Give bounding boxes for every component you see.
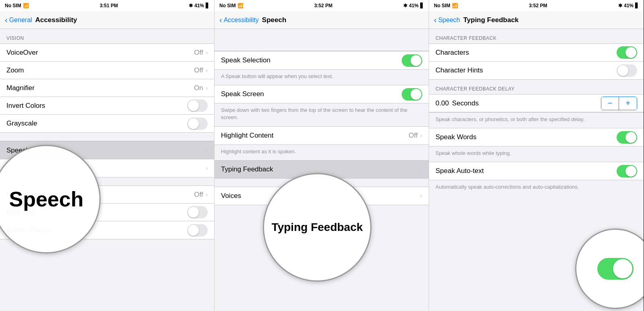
row-speak-words[interactable]: Speak Words <box>429 128 644 146</box>
status-bar-3: No SIM 📶 3:52 PM ✱ 41% ▋ <box>429 0 644 11</box>
highlight-content-desc: Highlight content as it is spoken. <box>215 145 429 160</box>
wifi-icon-3: 📶 <box>452 3 458 8</box>
speak-selection-label: Speak Selection <box>221 56 402 64</box>
nav-title-3: Typing Feedback <box>463 16 519 24</box>
battery-2: 41% <box>409 3 419 8</box>
zoom-value: Off <box>194 66 203 74</box>
invert-colors-thumb <box>188 100 199 111</box>
magnifier-label: Magnifier <box>6 84 194 92</box>
voiceover-label: VoiceOver <box>6 49 194 57</box>
grayscale-toggle[interactable] <box>187 117 208 130</box>
characters-thumb <box>625 47 636 58</box>
row-speak-selection[interactable]: Speak Selection <box>215 51 429 69</box>
row-speak-screen[interactable]: Speak Screen <box>215 85 429 103</box>
bluetooth-icon-3: ✱ <box>618 3 622 8</box>
screen3: No SIM 📶 3:52 PM ✱ 41% ▋ ‹ Speech Typing… <box>429 0 644 311</box>
larger-text-value: Off <box>194 191 203 199</box>
status-bar-2: No SIM 📶 3:52 PM ✱ 41% ▋ <box>215 0 429 11</box>
row-characters[interactable]: Characters <box>429 44 644 62</box>
invert-colors-toggle[interactable] <box>187 99 208 112</box>
carrier-2: No SIM <box>219 3 236 8</box>
row-speak-autotext[interactable]: Speak Auto-text <box>429 162 644 180</box>
delay-stepper[interactable]: − + <box>601 97 637 110</box>
row-magnifier[interactable]: Magnifier On › <box>0 79 214 97</box>
row-grayscale[interactable]: Grayscale <box>0 115 214 132</box>
grayscale-label: Grayscale <box>6 119 187 128</box>
zoom-circle-typing-text: Typing Feedback <box>272 221 363 234</box>
row-voiceover[interactable]: VoiceOver Off › <box>0 44 214 62</box>
speak-autotext-toggle[interactable] <box>617 165 637 177</box>
speak-screen-toggle[interactable] <box>402 88 422 101</box>
group-speak-autotext: Speak Auto-text <box>429 162 644 180</box>
char-feedback-header: CHARACTER FEEDBACK <box>429 29 644 43</box>
row-invert-colors[interactable]: Invert Colors <box>0 97 214 115</box>
back-chevron-icon-3: ‹ <box>434 15 437 25</box>
speak-words-desc: Speak whole words while typing. <box>429 146 644 162</box>
characters-label: Characters <box>436 49 617 57</box>
group-speak-words: Speak Words <box>429 128 644 146</box>
zoom-toggle-autotext <box>597 258 634 280</box>
group-speak-selection: Speak Selection <box>215 51 429 70</box>
bold-text-thumb <box>188 207 199 218</box>
time-2: 3:52 PM <box>314 3 332 8</box>
larger-text-chevron: › <box>206 191 208 198</box>
delay-desc: Speak characters, or phonetics, or both … <box>429 113 644 128</box>
status-bar-1: No SIM 📶 3:51 PM ✱ 41% ▋ <box>0 0 214 11</box>
voiceover-chevron: › <box>206 49 208 56</box>
vision-header: VISION <box>0 29 214 43</box>
status-left-3: No SIM 📶 <box>434 3 458 8</box>
status-right-1: ✱ 41% ▋ <box>189 3 209 8</box>
bluetooth-icon-1: ✱ <box>189 3 193 8</box>
speak-screen-desc: Swipe down with two fingers from the top… <box>215 103 429 126</box>
magnifier-value: On <box>194 84 203 92</box>
stepper-minus-button[interactable]: − <box>601 97 619 110</box>
back-button-1[interactable]: ‹ General <box>5 15 32 25</box>
row-highlight-content[interactable]: Highlight Content Off › <box>215 127 429 144</box>
battery-icon-1: ▋ <box>206 3 209 8</box>
screen2: No SIM 📶 3:52 PM ✱ 41% ▋ ‹ Accessibility… <box>215 0 429 311</box>
zoom-toggle-thumb <box>613 259 632 278</box>
group-delay: 0.00 Seconds − + <box>429 94 644 113</box>
zoom-circle-typing: Typing Feedback <box>263 173 372 282</box>
status-left-1: No SIM 📶 <box>5 3 29 8</box>
back-label-3: Speech <box>438 16 460 24</box>
group-highlight: Highlight Content Off › <box>215 126 429 145</box>
back-button-2[interactable]: ‹ Accessibility <box>219 15 259 25</box>
back-button-3[interactable]: ‹ Speech <box>434 15 460 25</box>
button-shapes-toggle[interactable] <box>187 224 208 237</box>
typing-feedback-chevron: › <box>420 166 422 173</box>
bold-text-toggle[interactable] <box>187 206 208 218</box>
back-chevron-icon-2: ‹ <box>219 15 222 25</box>
stepper-plus-button[interactable]: + <box>619 97 637 110</box>
group-char-feedback: Characters Character Hints <box>429 43 644 80</box>
speak-words-toggle[interactable] <box>617 131 637 144</box>
status-left-2: No SIM 📶 <box>219 3 244 8</box>
nav-title-2: Speech <box>262 16 286 24</box>
speak-words-label: Speak Words <box>436 133 617 141</box>
unknown1-chevron: › <box>206 165 208 172</box>
nav-bar-1: ‹ General Accessibility <box>0 11 214 29</box>
characters-toggle[interactable] <box>617 46 637 59</box>
nav-bar-3: ‹ Speech Typing Feedback <box>429 11 644 29</box>
voices-chevron: › <box>420 192 422 200</box>
voiceover-value: Off <box>194 49 203 57</box>
typing-feedback-label: Typing Feedback <box>221 165 420 173</box>
highlight-content-chevron: › <box>420 132 422 139</box>
zoom-label: Zoom <box>6 66 194 74</box>
character-hints-label: Character Hints <box>436 66 617 74</box>
speak-selection-thumb <box>411 55 421 66</box>
grayscale-thumb <box>188 118 199 129</box>
speak-selection-toggle[interactable] <box>402 54 422 67</box>
nav-title-1: Accessibility <box>35 16 77 24</box>
status-right-2: ✱ 41% ▋ <box>403 3 424 8</box>
top-spacer-2 <box>215 29 429 51</box>
row-character-hints[interactable]: Character Hints <box>429 62 644 79</box>
button-shapes-thumb <box>188 225 199 236</box>
back-chevron-icon-1: ‹ <box>5 15 8 25</box>
speak-selection-desc: A Speak button will appear when you sele… <box>215 70 429 85</box>
delay-value: 0.00 <box>436 99 449 107</box>
character-hints-toggle[interactable] <box>617 64 637 77</box>
row-zoom[interactable]: Zoom Off › <box>0 62 214 79</box>
wifi-icon-1: 📶 <box>23 3 29 8</box>
char-feedback-delay-header: CHARACTER FEEDBACK DELAY <box>429 80 644 94</box>
